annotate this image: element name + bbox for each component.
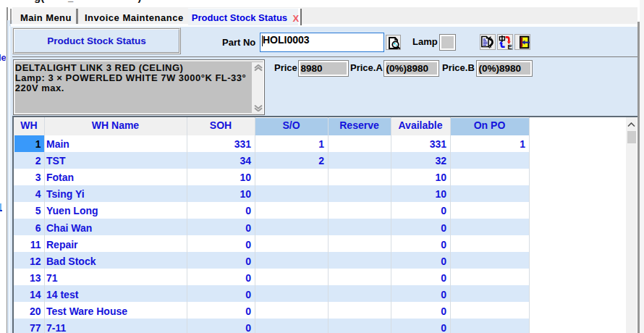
svg-text:E: E [507,43,512,50]
